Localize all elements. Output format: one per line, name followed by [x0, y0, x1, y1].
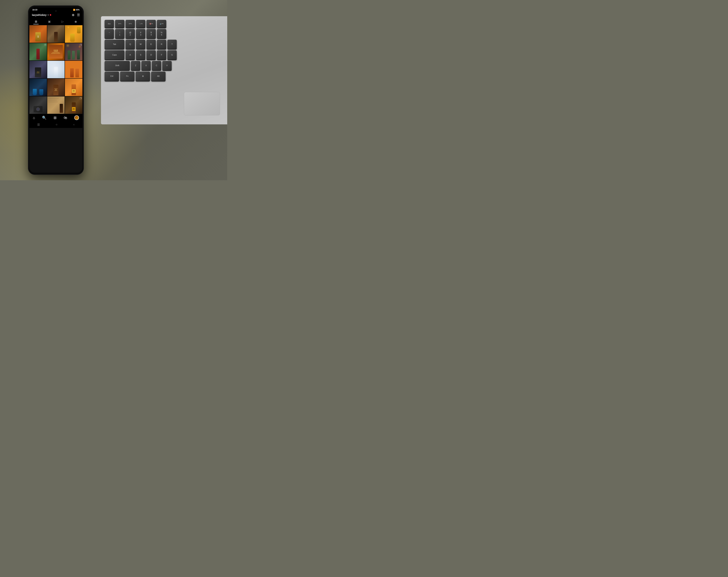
home-nav-icon[interactable]: ⌂: [33, 116, 35, 120]
grid-cell-4[interactable]: ❐: [29, 43, 47, 60]
key-alt[interactable]: Alt: [151, 72, 165, 81]
grid-cell-14[interactable]: [47, 97, 65, 114]
add-post-icon[interactable]: ⊕: [72, 13, 75, 17]
key-f1[interactable]: ☀F1: [115, 20, 125, 28]
key-tab[interactable]: Tab: [105, 40, 125, 49]
ig-header: lazywhiskey ⊕ ☰: [29, 11, 82, 18]
key-z[interactable]: Z: [131, 61, 140, 70]
key-4[interactable]: $4: [147, 29, 156, 38]
grid-cell-3[interactable]: [65, 25, 82, 43]
key-caps[interactable]: Caps: [105, 50, 125, 60]
key-f4[interactable]: 🔇F4: [147, 20, 156, 28]
key-x[interactable]: X: [141, 61, 151, 70]
key-tilde[interactable]: ~`: [105, 29, 114, 38]
grid-cell-8[interactable]: [47, 61, 65, 78]
key-f2[interactable]: ☀F2: [126, 20, 135, 28]
android-nav-bar: ||| ○ ‹: [29, 121, 82, 128]
key-r[interactable]: R: [157, 40, 166, 49]
key-f[interactable]: F: [157, 50, 166, 60]
tab-reels[interactable]: ▣: [47, 19, 52, 24]
laptop-body: Esc ☀F1 ☀F2 ⬛F3 🔇F4 🔉F5 ~` !1 @2 #3 $4 %…: [101, 16, 227, 125]
key-f3[interactable]: ⬛F3: [136, 20, 145, 28]
key-g[interactable]: G: [167, 50, 177, 60]
header-icons: ⊕ ☰: [72, 13, 80, 17]
multi-photo-badge-15: ❐: [80, 97, 82, 100]
touchpad[interactable]: [184, 92, 220, 115]
back-button[interactable]: ‹: [73, 123, 74, 126]
recent-apps-button[interactable]: |||: [37, 123, 40, 126]
key-row-asdf: Caps A S D F G: [105, 50, 227, 60]
grid-cell-10[interactable]: [29, 79, 47, 96]
key-esc[interactable]: Esc: [105, 20, 114, 28]
key-f5[interactable]: 🔉F5: [157, 20, 166, 28]
grid-cell-5[interactable]: KNOB CREEK BOURBON WHISKEY: [47, 43, 65, 60]
key-c[interactable]: C: [152, 61, 161, 70]
tab-tagged[interactable]: ◉: [73, 19, 78, 24]
key-2[interactable]: @2: [126, 29, 135, 38]
tab-video[interactable]: ▷: [60, 19, 65, 24]
key-t[interactable]: T: [167, 40, 177, 49]
tab-grid[interactable]: ⊞: [33, 19, 38, 24]
key-1[interactable]: !1: [115, 29, 125, 38]
grid-cell-11[interactable]: TEELINGIRISHWHISKY: [47, 79, 65, 96]
profile-nav-tabs: ⊞ ▣ ▷ ◉: [29, 18, 82, 25]
key-s[interactable]: S: [136, 50, 145, 60]
key-a[interactable]: A: [126, 50, 135, 60]
key-v[interactable]: V: [162, 61, 172, 70]
status-icons: 📶 63%: [73, 9, 80, 11]
grid-cell-2[interactable]: [47, 25, 65, 43]
grid-cell-13[interactable]: [29, 97, 47, 114]
camera-dot: [55, 10, 57, 12]
username-area[interactable]: lazywhiskey: [32, 13, 51, 17]
battery-display: 63%: [76, 9, 80, 11]
reels-nav-icon[interactable]: ⊞: [54, 115, 57, 120]
key-fn[interactable]: Fn: [120, 72, 134, 81]
key-row-zxcv: Shift Z X C V: [105, 61, 227, 70]
grid-cell-15[interactable]: ❐ KNOBCREEK: [65, 97, 82, 114]
key-q[interactable]: Q: [126, 40, 135, 49]
search-nav-icon[interactable]: 🔍: [42, 115, 47, 120]
shop-nav-icon[interactable]: 🛍: [64, 116, 67, 120]
grid-cell-1[interactable]: KNOB: [29, 25, 47, 43]
key-row-fn: Esc ☀F1 ☀F2 ⬛F3 🔇F4 🔉F5: [105, 20, 227, 28]
key-e[interactable]: E: [147, 40, 156, 49]
phone-screen: 18:33 📶 63% lazywhiskey ⊕ ☰ ⊞ ▣ ▷ ◉: [29, 7, 82, 173]
key-row-qwert: Tab Q W E R T: [105, 40, 227, 49]
keyboard-area: Esc ☀F1 ☀F2 ⬛F3 🔇F4 🔉F5 ~` !1 @2 #3 $4 %…: [105, 20, 227, 121]
menu-icon[interactable]: ☰: [77, 13, 80, 17]
grid-cell-9[interactable]: ❐: [65, 61, 82, 78]
key-win[interactable]: ⊞: [136, 72, 150, 81]
notification-dot: [50, 14, 51, 16]
multi-photo-badge-4: ❐: [44, 44, 46, 46]
grid-cell-12[interactable]: KNOBCREEK: [65, 79, 82, 96]
bottom-navigation: ⌂ 🔍 ⊞ 🛍: [29, 114, 82, 121]
laptop: Esc ☀F1 ☀F2 ⬛F3 🔇F4 🔉F5 ~` !1 @2 #3 $4 %…: [97, 0, 227, 130]
phone: 18:33 📶 63% lazywhiskey ⊕ ☰ ⊞ ▣ ▷ ◉: [28, 5, 84, 175]
key-w[interactable]: W: [136, 40, 145, 49]
dropdown-arrow-icon: [47, 14, 49, 16]
key-3[interactable]: #3: [136, 29, 145, 38]
key-row-modifiers: Ctrl Fn ⊞ Alt: [105, 72, 227, 81]
key-row-numbers: ~` !1 @2 #3 $4 %5: [105, 29, 227, 38]
username-text: lazywhiskey: [32, 13, 47, 17]
key-d[interactable]: D: [147, 50, 156, 60]
key-shift[interactable]: Shift: [105, 61, 130, 70]
grid-cell-6[interactable]: ❐: [65, 43, 82, 60]
photo-grid: KNOB: [29, 25, 82, 114]
signal-icon: 📶: [73, 9, 75, 11]
grid-cell-7[interactable]: SINGLEBARREL: [29, 61, 47, 78]
time-display: 18:33: [32, 9, 37, 11]
key-ctrl[interactable]: Ctrl: [105, 72, 119, 81]
profile-avatar[interactable]: [74, 115, 79, 120]
key-5[interactable]: %5: [157, 29, 166, 38]
home-button[interactable]: ○: [56, 123, 57, 126]
